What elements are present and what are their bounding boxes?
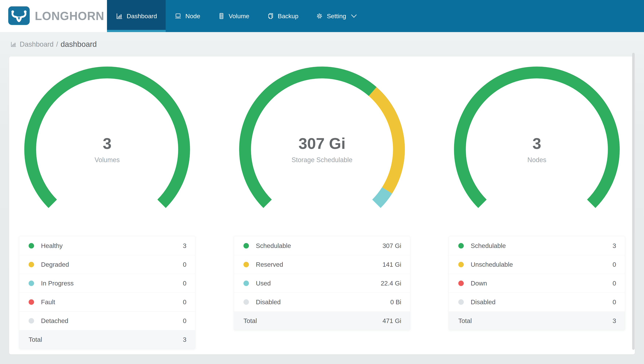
legend-row: Healthy 3 [19, 236, 195, 255]
legend-row: Schedulable 3 [449, 236, 625, 255]
storage-gauge: 307 Gi Storage Schedulable [239, 66, 405, 232]
legend-dot [28, 299, 34, 305]
breadcrumb-section[interactable]: Dashboard [20, 40, 54, 48]
legend-label: Healthy [41, 242, 63, 250]
legend-row: Disabled 0 [449, 292, 625, 311]
nav-item-volume[interactable]: Volume [209, 0, 258, 32]
panel-storage: 307 Gi Storage Schedulable Schedulable 3… [234, 56, 410, 349]
legend-value: 22.4 Gi [381, 280, 401, 287]
bar-chart-icon [10, 41, 17, 48]
laptop-icon [174, 12, 182, 20]
legend-value: 0 [613, 261, 616, 268]
legend-total-row: Total 3 [449, 311, 625, 330]
nav-item-label: Volume [229, 12, 249, 20]
legend-label: In Progress [41, 280, 74, 287]
legend-dot [458, 280, 464, 286]
legend-value: 0 [183, 317, 186, 324]
legend-dot [458, 262, 464, 267]
legend-label: Detached [41, 317, 68, 324]
legend-row: Detached 0 [19, 311, 195, 330]
legend-dot [458, 299, 464, 305]
panel-nodes: 3 Nodes Schedulable 3 Unschedulable 0 [449, 56, 625, 349]
legend-row: Reserved 141 Gi [234, 255, 410, 274]
legend-row: Schedulable 307 Gi [234, 236, 410, 255]
top-nav: LONGHORN Dashboard Node Volume Backup Se… [0, 0, 644, 32]
legend-label: Reserved [256, 261, 283, 268]
nav-item-label: Backup [278, 12, 298, 20]
gauge-chart [454, 66, 620, 232]
legend-label: Used [256, 280, 271, 287]
nav-item-dashboard[interactable]: Dashboard [107, 0, 166, 32]
longhorn-bull-icon [8, 6, 30, 26]
vertical-scrollbar[interactable] [632, 53, 635, 350]
server-icon [218, 12, 225, 20]
bar-chart-icon [116, 12, 123, 20]
legend-row: Fault 0 [19, 292, 195, 311]
legend-dot [28, 262, 34, 267]
legend-label: Disabled [256, 298, 281, 306]
legend-label: Schedulable [256, 242, 291, 250]
nav-item-label: Node [185, 12, 200, 20]
legend-dot [458, 243, 464, 248]
legend-dot [28, 318, 34, 324]
legend-dot [244, 243, 249, 248]
legend-total-row: Total 471 Gi [234, 311, 410, 330]
main-content: 3 Volumes Healthy 3 Degraded 0 [0, 56, 644, 364]
brand-name: LONGHORN [35, 9, 104, 23]
nav-item-node[interactable]: Node [166, 0, 209, 32]
legend-value: 307 Gi [382, 242, 401, 250]
legend-total-label: Total [458, 317, 472, 324]
legend-value: 3 [183, 242, 186, 250]
legend-dot [244, 299, 249, 305]
breadcrumb-separator: / [56, 40, 58, 48]
gear-icon [316, 12, 323, 20]
legend-total-value: 471 Gi [382, 317, 401, 324]
legend-total-value: 3 [613, 317, 616, 324]
breadcrumb-page: dashboard [60, 40, 97, 49]
gauge-chart [24, 66, 190, 232]
logo[interactable]: LONGHORN [0, 0, 107, 32]
legend-dot [28, 280, 34, 286]
legend-total-value: 3 [183, 336, 186, 343]
gauge-panels: 3 Volumes Healthy 3 Degraded 0 [9, 56, 635, 349]
legend-value: 0 Bi [390, 298, 401, 306]
legend-value: 3 [613, 242, 616, 250]
legend-row: Disabled 0 Bi [234, 292, 410, 311]
nodes-legend-table: Schedulable 3 Unschedulable 0 Down 0 [449, 236, 625, 330]
copy-icon [267, 12, 274, 20]
breadcrumb: Dashboard / dashboard [0, 32, 644, 56]
legend-value: 0 [613, 280, 616, 287]
legend-label: Fault [41, 298, 55, 306]
volumes-legend-table: Healthy 3 Degraded 0 In Progress 0 [19, 236, 195, 349]
nodes-gauge: 3 Nodes [454, 66, 620, 232]
legend-dot [244, 262, 249, 267]
panel-volumes: 3 Volumes Healthy 3 Degraded 0 [19, 56, 195, 349]
chevron-down-icon [351, 14, 357, 18]
legend-dot [244, 280, 249, 286]
legend-value: 0 [613, 298, 616, 306]
legend-value: 0 [183, 280, 186, 287]
legend-row: In Progress 0 [19, 274, 195, 292]
legend-label: Disabled [471, 298, 496, 306]
legend-value: 141 Gi [382, 261, 401, 268]
legend-label: Schedulable [471, 242, 506, 250]
nav-item-label: Setting [327, 12, 346, 20]
legend-label: Down [471, 280, 487, 287]
legend-total-label: Total [28, 336, 42, 343]
legend-label: Degraded [41, 261, 69, 268]
legend-total-row: Total 3 [19, 330, 195, 349]
legend-row: Used 22.4 Gi [234, 274, 410, 292]
volumes-gauge: 3 Volumes [24, 66, 190, 232]
legend-total-label: Total [244, 317, 257, 324]
nav-item-setting[interactable]: Setting [307, 0, 366, 32]
legend-dot [28, 243, 34, 248]
legend-label: Unschedulable [471, 261, 513, 268]
nav-item-backup[interactable]: Backup [258, 0, 307, 32]
legend-row: Degraded 0 [19, 255, 195, 274]
legend-value: 0 [183, 298, 186, 306]
storage-legend-table: Schedulable 307 Gi Reserved 141 Gi Used … [234, 236, 410, 330]
nav-item-label: Dashboard [127, 12, 157, 20]
legend-row: Down 0 [449, 274, 625, 292]
dashboard-card: 3 Volumes Healthy 3 Degraded 0 [9, 56, 635, 354]
legend-row: Unschedulable 0 [449, 255, 625, 274]
